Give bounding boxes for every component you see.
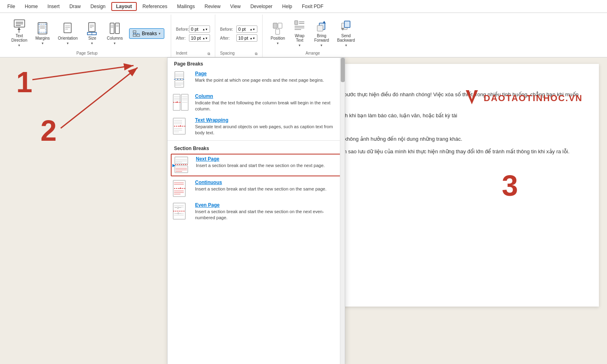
menu-home[interactable]: Home [21, 2, 42, 11]
nextpage-break-desc: Insert a section break and start the new… [196, 163, 334, 169]
indent-before-spin[interactable]: ▲▼ [202, 28, 208, 31]
column-break-title: Column [195, 93, 335, 99]
columns-button[interactable]: Columns ▾ [104, 19, 126, 48]
margins-button[interactable]: Margins ▾ [32, 19, 53, 48]
indent-before-input[interactable]: 0 pt ▲▼ [189, 25, 210, 33]
ribbon-buttons-arrange: Position ▾ WrapText ▾ [267, 16, 358, 51]
breaks-arrow: ▾ [159, 32, 161, 36]
nextpage-break-title: Next Page [196, 156, 334, 162]
ribbon-buttons-page-setup: TextDirection ▾ Mar [8, 16, 166, 51]
size-arrow: ▾ [91, 41, 93, 45]
ribbon-group-spacing: Before: 0 pt ▲▼ After: 10 pt ▲▼ Spacing … [215, 15, 263, 57]
svg-line-53 [61, 68, 138, 128]
margins-label: Margins [35, 36, 50, 40]
spacing-after-input[interactable]: 10 pt ▲▼ [236, 34, 257, 42]
ribbon-group-arrange: Position ▾ WrapText ▾ [263, 15, 363, 57]
orientation-icon [62, 22, 74, 35]
svg-rect-24 [110, 23, 114, 34]
svg-rect-38 [295, 21, 298, 25]
page-setup-label: Page Setup [76, 51, 98, 56]
svg-line-52 [32, 66, 134, 80]
break-textwrapping-item[interactable]: Text Wrapping Separate text around objec… [168, 115, 345, 139]
svg-rect-14 [64, 23, 71, 33]
spacing-before-input[interactable]: 0 pt ▲▼ [236, 25, 257, 33]
menu-developer[interactable]: Developer [246, 2, 277, 11]
menu-review[interactable]: Review [200, 2, 224, 11]
svg-rect-33 [133, 34, 136, 36]
position-button[interactable]: Position ▾ [267, 19, 289, 48]
ribbon-group-page-setup: TextDirection ▾ Mar [3, 15, 171, 57]
break-evenpage-item[interactable]: ─2─ ─4─ Even Page Insert a section break… [168, 200, 345, 224]
indent-before-row: Before: 0 pt ▲▼ [176, 25, 210, 33]
menu-help[interactable]: Help [278, 2, 296, 11]
page-break-title: Page [195, 71, 335, 76]
menu-layout[interactable]: Layout [111, 2, 137, 11]
menu-design[interactable]: Design [86, 2, 109, 11]
page-break-content: Page Mark the point at which one page en… [195, 71, 335, 83]
dropdown-scrollbar[interactable] [340, 58, 345, 364]
continuous-break-desc: Insert a section break and start the new… [195, 186, 335, 192]
send-backward-icon [340, 20, 352, 33]
annotation-number-2: 2 [40, 114, 57, 147]
menu-view[interactable]: View [226, 2, 245, 11]
logo-v-icon [462, 88, 482, 108]
text-direction-button[interactable]: TextDirection ▾ [8, 19, 30, 48]
svg-rect-34 [137, 34, 140, 36]
textwrapping-break-desc: Separate text around objects on web page… [195, 124, 335, 136]
menu-file[interactable]: File [3, 2, 19, 11]
svg-rect-0 [14, 20, 25, 27]
spacing-label: Spacing [220, 51, 235, 56]
menu-draw[interactable]: Draw [65, 2, 85, 11]
selected-chevron: ▶ [172, 163, 176, 167]
orientation-label: Orientation [58, 36, 78, 40]
break-nextpage-item[interactable]: ▶ Next Page Insert a section break and s… [171, 154, 342, 176]
page-break-desc: Mark the point at which one page ends an… [195, 77, 335, 83]
svg-rect-49 [344, 21, 350, 28]
main-area: 1 2 Page Breaks [0, 57, 607, 364]
next-page-break-icon: ▶ [173, 156, 191, 174]
breaks-dropdown: Page Breaks Page Mark the point at [167, 57, 345, 364]
menu-foxitpdf[interactable]: Foxit PDF [298, 2, 327, 11]
svg-rect-84 [175, 157, 188, 164]
spacing-before-spin[interactable]: ▲▼ [250, 28, 255, 31]
breaks-button[interactable]: Breaks ▾ [129, 28, 164, 39]
svg-marker-5 [17, 28, 21, 30]
annotation-number-1: 1 [16, 66, 32, 99]
send-backward-button[interactable]: SendBackward ▾ [334, 19, 358, 48]
left-annotation: 1 2 [0, 57, 162, 364]
position-icon [272, 22, 284, 35]
svg-rect-31 [133, 31, 136, 33]
bring-forward-button[interactable]: BringForward ▾ [311, 19, 332, 48]
margins-icon [36, 22, 49, 35]
spacing-before-row: Before: 0 pt ▲▼ [220, 25, 257, 33]
break-page-item[interactable]: Page Mark the point at which one page en… [168, 68, 345, 91]
section-divider [168, 140, 345, 141]
indent-after-input[interactable]: 10 pt ▲▼ [189, 34, 210, 42]
wrap-text-label: WrapText [295, 34, 305, 42]
spacing-after-spin[interactable]: ▲▼ [250, 37, 255, 40]
svg-rect-36 [278, 23, 282, 28]
break-continuous-item[interactable]: Continuous Insert a section break and st… [168, 177, 345, 200]
send-backward-label: SendBackward [337, 34, 355, 42]
orientation-button[interactable]: Orientation ▾ [55, 19, 81, 48]
menu-insert[interactable]: Insert [43, 2, 64, 11]
size-icon [86, 22, 99, 35]
svg-rect-18 [89, 23, 95, 32]
bring-forward-icon [315, 20, 328, 33]
bring-forward-arrow: ▾ [320, 43, 323, 47]
menu-references[interactable]: References [138, 2, 171, 11]
size-button[interactable]: Size ▾ [83, 19, 102, 48]
wrap-text-button[interactable]: WrapText ▾ [290, 19, 309, 48]
indent-dialog-launcher[interactable]: ⧉ [208, 52, 210, 56]
wrap-text-icon [293, 20, 306, 33]
spacing-dialog-launcher[interactable]: ⧉ [255, 52, 257, 56]
break-column-item[interactable]: Column Indicate that the text following … [168, 91, 345, 115]
menu-mailings[interactable]: Mailings [173, 2, 199, 11]
section-breaks-header: Section Breaks [168, 142, 345, 153]
watermark-logo: DAOTAOTINHOC.VN [462, 88, 583, 108]
textwrapping-break-title: Text Wrapping [195, 117, 335, 123]
spacing-after-row: After: 10 pt ▲▼ [220, 34, 257, 42]
spacing-after-label: After: [220, 36, 235, 40]
margins-arrow: ▾ [42, 41, 44, 45]
indent-after-spin[interactable]: ▲▼ [202, 37, 208, 40]
